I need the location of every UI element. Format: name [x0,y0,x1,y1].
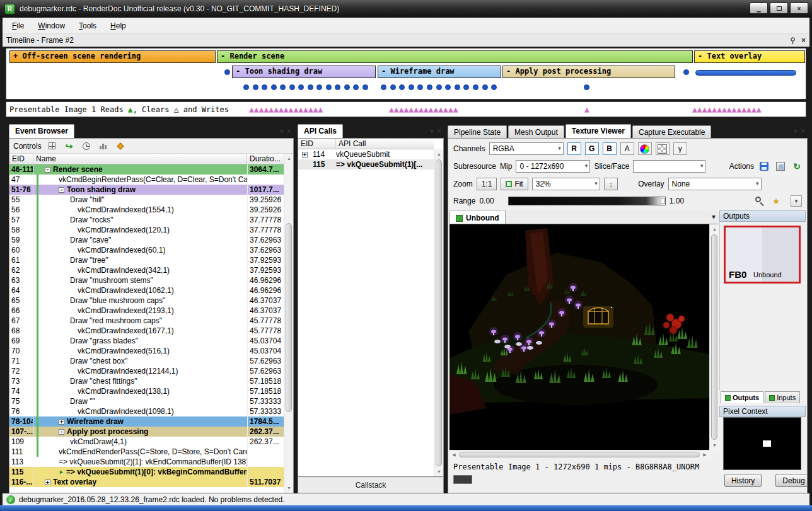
event-row[interactable]: 59Draw "cave"37.62963 [9,235,284,245]
draw-call-dot[interactable] [455,84,460,90]
checkerboard-button[interactable] [656,142,670,155]
timeline-close-icon[interactable]: × [801,36,806,45]
event-row[interactable]: 63Draw "mushroom stems"46.96296 [9,275,284,285]
scroll-down-icon[interactable]: ▼ [710,440,719,450]
scroll-up-icon[interactable]: ▲ [284,154,294,163]
refresh-button[interactable]: ↻ [791,160,803,173]
tree-expander[interactable]: - [59,429,64,435]
zoom-dropdown[interactable]: 32%▾ [532,178,600,190]
api-calls-column-header[interactable]: EID API Call [298,139,434,149]
tab-outputs[interactable]: Outputs [721,391,763,403]
fit-button[interactable]: Fit [501,178,528,190]
event-row[interactable]: 78-104+Wireframe draw1784.5... [9,416,284,427]
draw-call-dot[interactable] [308,84,313,90]
scroll-down-icon[interactable]: ▼ [434,467,444,476]
menu-help[interactable]: Help [103,19,133,33]
event-browser-scrollbar[interactable]: ▲ ▼ [284,154,293,493]
draw-call-dot[interactable] [436,84,442,90]
time-durations-icon[interactable] [80,140,93,152]
draw-call-dot[interactable] [427,84,432,90]
draw-call-dot[interactable] [473,84,478,90]
draw-call-dot[interactable] [683,69,689,75]
draw-call-dot[interactable] [399,84,405,90]
draw-call-dot[interactable] [224,69,230,75]
draw-call-dot[interactable] [390,84,396,90]
draw-call-dot[interactable] [463,84,469,90]
event-row[interactable]: 69Draw "grass blades"45.03704 [9,336,284,346]
timeline-toggle-icon[interactable] [46,140,59,152]
api-calls-menu-icon[interactable]: ▾ [430,127,434,135]
event-row[interactable]: 58vkCmdDrawIndexed(120,1)37.77778 [9,225,284,235]
panel-menu-icon[interactable]: ▾ [794,127,798,135]
draw-call-dot[interactable] [289,84,295,90]
tab-event-browser[interactable]: Event Browser [9,124,74,138]
range-slider[interactable] [508,197,666,205]
event-row[interactable]: 68vkCmdDrawIndexed(1677,1)45.77778 [9,326,284,336]
texture-vertical-scrollbar[interactable]: ▲ ▼ [709,224,719,450]
draw-call-dot[interactable] [316,84,322,90]
event-browser-menu-icon[interactable]: ▾ [280,127,284,135]
column-eid[interactable]: EID [9,154,33,164]
draw-call-dot[interactable] [584,84,589,90]
texture-list-dropdown-icon[interactable]: ▾ [712,212,716,221]
draw-call-dot[interactable] [298,84,304,90]
red-channel-button[interactable]: R [567,142,581,155]
event-row[interactable]: 116-...+Text overlay511.7037 [9,477,284,487]
timeline-bar-wireframe[interactable]: - Wireframe draw [378,66,501,78]
event-row[interactable]: 61Draw "tree"37.92593 [9,255,284,265]
tab-pipeline-state[interactable]: Pipeline State [448,125,507,138]
api-calls-scrollbar[interactable]: ▲ ▼ [434,149,443,476]
menu-window[interactable]: Window [31,19,72,33]
stats-icon[interactable] [97,140,110,152]
export-texture-button[interactable] [774,160,787,173]
timeline-bar-text-overlay[interactable]: - Text overlay [694,50,805,63]
event-row[interactable]: 107-...-Apply post processing262.37... [9,427,284,437]
close-button[interactable]: × [790,3,808,14]
event-row[interactable]: 113=> vkQueueSubmit(2)[1]: vkEndCommandB… [9,457,284,467]
draw-call-dot[interactable] [417,84,423,90]
usage-triangles[interactable]: ▲▲▲▲▲▲▲▲▲▲▲▲▲▲ [692,102,762,117]
blue-channel-button[interactable]: B [603,142,617,155]
tab-current-texture[interactable]: Unbound [450,210,506,224]
tree-expander[interactable]: - [45,167,50,173]
menu-tools[interactable]: Tools [72,19,103,33]
timeline-bar-offscreen[interactable]: + Off-screen scene rendering [9,50,216,63]
tree-expander[interactable]: + [59,419,64,425]
title-bar[interactable]: R debugmarker.rdc - RenderDoc Unofficial… [0,0,812,18]
event-row[interactable]: 71Draw "chest box"57.62963 [9,356,284,366]
draw-call-dot[interactable] [280,84,286,90]
menu-file[interactable]: File [5,19,31,33]
draw-call-dot[interactable] [482,84,488,90]
pin-icon[interactable] [789,37,796,44]
usage-triangles[interactable]: ▲ [584,102,589,117]
event-row[interactable]: 76vkCmdDrawIndexed(1098,1)57.33333 [9,406,284,416]
event-row[interactable]: 74vkCmdDrawIndexed(138,1)57.18518 [9,386,284,396]
pixel-context-view[interactable] [723,417,801,470]
event-row[interactable]: 72vkCmdDrawIndexed(12144,1)57.62963 [9,366,284,376]
draw-call-dot[interactable] [335,84,340,90]
draw-call-capsule[interactable] [695,70,796,76]
debug-button[interactable]: Debug [775,474,808,487]
gamma-button[interactable]: γ [673,142,687,155]
event-row[interactable]: 62vkCmdDrawIndexed(342,1)37.92593 [9,265,284,275]
event-row[interactable]: 67Draw "red mushroom caps"45.77778 [9,316,284,326]
minimize-button[interactable]: ▁ [750,3,768,14]
event-row[interactable]: 75Draw ""57.33333 [9,396,284,406]
draw-call-dot[interactable] [262,84,267,90]
fb0-thumbnail[interactable]: FB0 Unbound [724,226,801,284]
event-row[interactable]: 51-76-Toon shading draw1017.7... [9,185,284,195]
color-wheel-button[interactable] [638,142,652,155]
scroll-up-icon[interactable]: ▲ [710,224,719,234]
tab-inputs[interactable]: Inputs [765,391,800,403]
draw-call-dot[interactable] [344,84,350,90]
draw-call-dot[interactable] [409,84,414,90]
zoom-1to1-button[interactable]: 1:1 [477,178,497,190]
event-row[interactable]: 66vkCmdDrawIndexed(2193,1)46.37037 [9,306,284,316]
jump-to-event-icon[interactable]: ↪ [63,140,76,152]
event-row[interactable]: 60vkCmdDrawIndexed(60,1)37.62963 [9,245,284,255]
draw-call-dot[interactable] [362,84,368,90]
usage-triangles[interactable]: ▲▲▲▲▲▲▲▲▲▲▲▲▲▲▲ [249,102,323,117]
api-call-row[interactable]: 115=> vkQueueSubmit(1)[... [298,159,434,169]
event-row[interactable]: 70vkCmdDrawIndexed(516,1)45.03704 [9,346,284,356]
panel-close-icon[interactable]: × [801,127,805,135]
